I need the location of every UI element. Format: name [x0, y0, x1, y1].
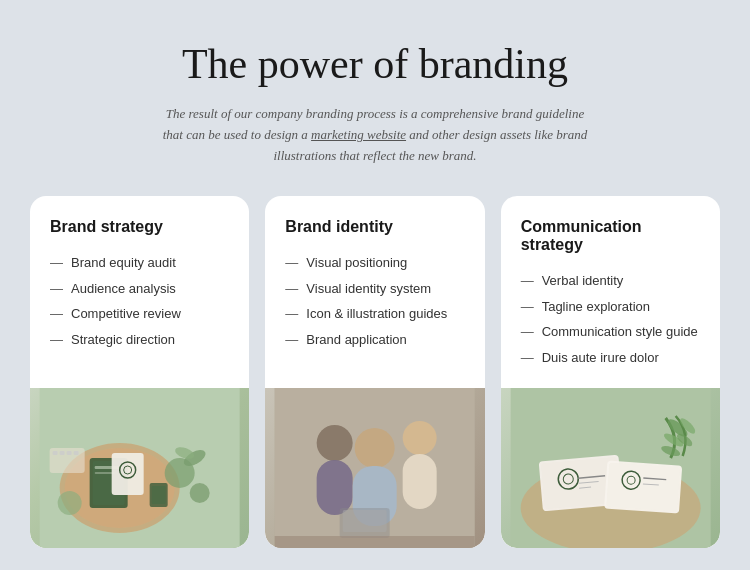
svg-rect-20: [67, 451, 72, 455]
list-item: Icon & illustration guides: [285, 301, 464, 327]
communication-strategy-card: Communication strategy Verbal identity T…: [501, 196, 720, 548]
communication-strategy-image: [501, 388, 720, 548]
brand-strategy-image: [30, 388, 249, 548]
svg-rect-43: [606, 463, 680, 512]
brand-strategy-title: Brand strategy: [50, 218, 229, 236]
list-item: Brand application: [285, 327, 464, 353]
brand-strategy-list: Brand equity audit Audience analysis Com…: [50, 250, 229, 370]
list-item: Duis aute irure dolor: [521, 345, 700, 371]
brand-identity-title: Brand identity: [285, 218, 464, 236]
list-item: Visual identity system: [285, 276, 464, 302]
svg-rect-29: [403, 454, 437, 509]
marketing-website-link[interactable]: marketing website: [311, 127, 406, 142]
list-item: Strategic direction: [50, 327, 229, 353]
svg-point-28: [403, 421, 437, 455]
cards-container: Brand strategy Brand equity audit Audien…: [30, 196, 720, 548]
list-item: Brand equity audit: [50, 250, 229, 276]
svg-point-11: [190, 483, 210, 503]
list-item: Tagline exploration: [521, 294, 700, 320]
list-item: Verbal identity: [521, 268, 700, 294]
svg-rect-25: [317, 460, 353, 515]
list-item: Communication style guide: [521, 319, 700, 345]
brand-strategy-card: Brand strategy Brand equity audit Audien…: [30, 196, 249, 548]
list-item: Competitive review: [50, 301, 229, 327]
svg-rect-32: [275, 536, 475, 548]
svg-rect-21: [74, 451, 79, 455]
svg-rect-18: [53, 451, 58, 455]
communication-strategy-title: Communication strategy: [521, 218, 700, 254]
svg-point-24: [317, 425, 353, 461]
svg-rect-19: [60, 451, 65, 455]
brand-identity-list: Visual positioning Visual identity syste…: [285, 250, 464, 370]
svg-point-26: [355, 428, 395, 468]
svg-point-12: [58, 491, 82, 515]
brand-identity-card: Brand identity Visual positioning Visual…: [265, 196, 484, 548]
brand-identity-image: [265, 388, 484, 548]
list-item: Audience analysis: [50, 276, 229, 302]
svg-rect-14: [152, 486, 166, 504]
page-subtitle: The result of our company branding proce…: [155, 104, 595, 166]
svg-rect-31: [343, 510, 387, 532]
communication-strategy-list: Verbal identity Tagline exploration Comm…: [521, 268, 700, 370]
page-title: The power of branding: [182, 40, 568, 88]
list-item: Visual positioning: [285, 250, 464, 276]
